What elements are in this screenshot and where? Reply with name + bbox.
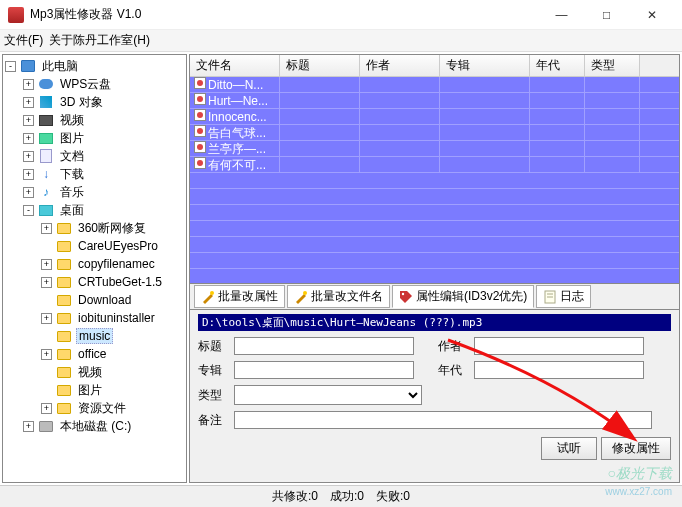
folder-icon — [56, 383, 72, 397]
tree-node[interactable]: +视频 — [5, 111, 184, 129]
tree-node[interactable]: +文档 — [5, 147, 184, 165]
minimize-button[interactable]: — — [539, 0, 584, 30]
video-icon — [38, 113, 54, 127]
folder-icon — [56, 365, 72, 379]
table-row[interactable]: 告白气球... — [190, 125, 679, 141]
mp3-file-icon — [194, 93, 206, 105]
tree-expander[interactable]: - — [5, 61, 16, 72]
table-row[interactable]: 兰亭序—... — [190, 141, 679, 157]
pc-icon — [20, 59, 36, 73]
column-header[interactable]: 标题 — [280, 55, 360, 76]
tree-node[interactable]: 视频 — [5, 363, 184, 381]
tree-node[interactable]: +CRTubeGet-1.5 — [5, 273, 184, 291]
tree-expander[interactable]: + — [23, 151, 34, 162]
tree-node[interactable]: +iobituninstaller — [5, 309, 184, 327]
column-header[interactable]: 类型 — [585, 55, 640, 76]
tree-label: 视频 — [76, 364, 104, 381]
menu-about[interactable]: 关于陈丹工作室(H) — [49, 32, 150, 49]
input-author[interactable] — [474, 337, 644, 355]
tree-label: 本地磁盘 (C:) — [58, 418, 133, 435]
label-genre: 类型 — [198, 387, 228, 404]
tree-node[interactable]: +图片 — [5, 129, 184, 147]
tab-batch-attr[interactable]: 批量改属性 — [194, 285, 285, 308]
tree-expander[interactable]: + — [23, 133, 34, 144]
table-row[interactable]: Innocenc... — [190, 109, 679, 125]
file-table-body: Ditto—N...Hurt—Ne...Innocenc...告白气球...兰亭… — [190, 77, 679, 284]
input-year[interactable] — [474, 361, 644, 379]
tree-expander[interactable]: + — [23, 97, 34, 108]
close-button[interactable]: ✕ — [629, 0, 674, 30]
column-header[interactable]: 作者 — [360, 55, 440, 76]
tree-expander[interactable]: + — [41, 403, 52, 414]
mp3-file-icon — [194, 109, 206, 121]
tree-node[interactable]: CareUEyesPro — [5, 237, 184, 255]
label-comment: 备注 — [198, 412, 228, 429]
mp3-file-icon — [194, 125, 206, 137]
tree-node[interactable]: +office — [5, 345, 184, 363]
mp3-file-icon — [194, 77, 206, 89]
label-year: 年代 — [438, 362, 468, 379]
tree-node[interactable]: +资源文件 — [5, 399, 184, 417]
cloud-icon — [38, 77, 54, 91]
tree-label: 文档 — [58, 148, 86, 165]
tree-node[interactable]: +WPS云盘 — [5, 75, 184, 93]
tree-expander[interactable]: + — [41, 313, 52, 324]
tab-batch-name[interactable]: 批量改文件名 — [287, 285, 390, 308]
file-table[interactable]: 文件名标题作者专辑年代类型 Ditto—N...Hurt—Ne...Innoce… — [189, 54, 680, 284]
obj3d-icon — [38, 95, 54, 109]
mp3-file-icon — [194, 157, 206, 169]
svg-point-2 — [402, 292, 404, 294]
maximize-button[interactable]: □ — [584, 0, 629, 30]
tree-expander[interactable]: + — [41, 277, 52, 288]
tree-expander[interactable]: + — [23, 79, 34, 90]
tree-expander[interactable]: + — [23, 187, 34, 198]
tab-prop-edit[interactable]: 属性编辑(ID3v2优先) — [392, 285, 534, 308]
column-header[interactable]: 专辑 — [440, 55, 530, 76]
column-header[interactable]: 文件名 — [190, 55, 280, 76]
folder-icon — [56, 293, 72, 307]
preview-button[interactable]: 试听 — [541, 437, 597, 460]
folder-icon — [56, 311, 72, 325]
tree-expander[interactable]: - — [23, 205, 34, 216]
table-row[interactable]: Hurt—Ne... — [190, 93, 679, 109]
tree-node[interactable]: +↓下载 — [5, 165, 184, 183]
tree-label: copyfilenamec — [76, 257, 157, 271]
menu-file[interactable]: 文件(F) — [4, 32, 43, 49]
tree-node[interactable]: +360断网修复 — [5, 219, 184, 237]
tree-node[interactable]: -此电脑 — [5, 57, 184, 75]
tree-node[interactable]: 图片 — [5, 381, 184, 399]
tree-expander[interactable]: + — [23, 115, 34, 126]
tree-node[interactable]: +♪音乐 — [5, 183, 184, 201]
table-row[interactable]: Ditto—N... — [190, 77, 679, 93]
input-title[interactable] — [234, 337, 414, 355]
tree-expander[interactable]: + — [41, 349, 52, 360]
file-table-header: 文件名标题作者专辑年代类型 — [190, 55, 679, 77]
column-header[interactable]: 年代 — [530, 55, 585, 76]
tree-node[interactable]: Download — [5, 291, 184, 309]
tree-expander[interactable]: + — [23, 169, 34, 180]
input-comment[interactable] — [234, 411, 652, 429]
folder-tree[interactable]: -此电脑+WPS云盘+3D 对象+视频+图片+文档+↓下载+♪音乐-桌面+360… — [2, 54, 187, 483]
tree-expander[interactable]: + — [41, 223, 52, 234]
tree-node[interactable]: +copyfilenamec — [5, 255, 184, 273]
tree-node[interactable]: +3D 对象 — [5, 93, 184, 111]
tree-expander[interactable]: + — [23, 421, 34, 432]
select-genre[interactable] — [234, 385, 422, 405]
property-editor: D:\tools\桌面\music\Hurt—NewJeans (???).mp… — [189, 310, 680, 483]
tree-node[interactable]: +本地磁盘 (C:) — [5, 417, 184, 435]
app-icon — [8, 7, 24, 23]
tree-node[interactable]: music — [5, 327, 184, 345]
table-row[interactable]: 有何不可... — [190, 157, 679, 173]
tree-node[interactable]: -桌面 — [5, 201, 184, 219]
tab-log[interactable]: 日志 — [536, 285, 591, 308]
tree-label: WPS云盘 — [58, 76, 113, 93]
tree-label: 资源文件 — [76, 400, 128, 417]
tree-label: Download — [76, 293, 133, 307]
image-icon — [38, 131, 54, 145]
tree-label: music — [76, 328, 113, 344]
tag-icon — [399, 290, 413, 304]
tree-expander[interactable]: + — [41, 259, 52, 270]
save-button[interactable]: 修改属性 — [601, 437, 671, 460]
menu-bar: 文件(F) 关于陈丹工作室(H) — [0, 30, 682, 52]
input-album[interactable] — [234, 361, 414, 379]
